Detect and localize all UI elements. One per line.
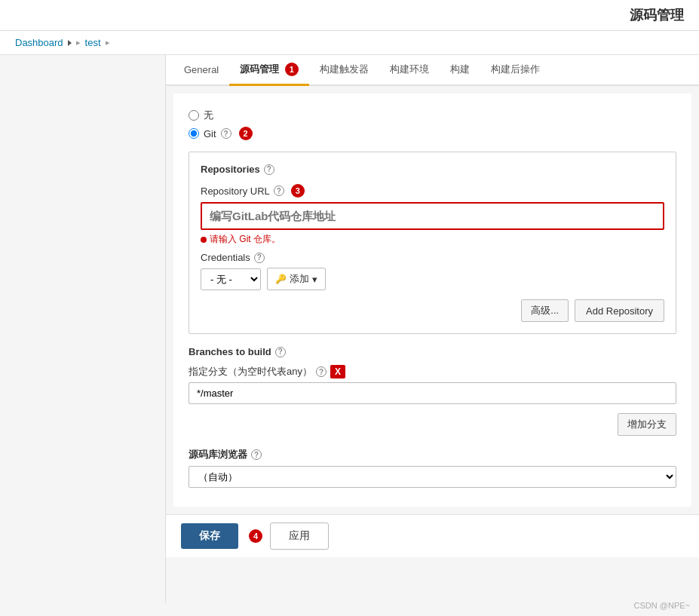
- radio-group: 无 Git ? 2: [189, 105, 676, 144]
- branch-action-buttons: 增加分支: [189, 413, 676, 436]
- repositories-title: Repositories ?: [201, 164, 664, 175]
- key-icon: 🔑: [275, 274, 287, 284]
- browser-select[interactable]: （自动）: [189, 466, 676, 488]
- apply-button[interactable]: 应用: [270, 523, 329, 550]
- repo-url-help-icon[interactable]: ?: [274, 185, 284, 196]
- branches-header: Branches to build ?: [189, 346, 676, 357]
- browser-label: 源码库浏览器 ?: [189, 448, 676, 461]
- breadcrumb-project[interactable]: test: [85, 37, 101, 48]
- breadcrumb-dropdown-icon[interactable]: [68, 40, 72, 46]
- branches-help-icon[interactable]: ?: [275, 347, 286, 357]
- content-area: General 源码管理 1 构建触发器 构建环境 构建 构建后操作: [166, 55, 699, 603]
- repositories-help-icon[interactable]: ?: [264, 164, 274, 175]
- branch-delete-badge[interactable]: X: [330, 365, 345, 378]
- branches-section: Branches to build ? 指定分支（为空时代表any） ? X: [189, 346, 676, 436]
- page-title: 源码管理: [630, 6, 684, 24]
- annotation-1: 1: [285, 63, 299, 76]
- add-repo-button[interactable]: Add Repository: [575, 299, 664, 322]
- branch-field-label: 指定分支（为空时代表any） ? X: [189, 365, 676, 378]
- repo-url-input[interactable]: [202, 204, 663, 228]
- error-dot: [201, 237, 207, 243]
- tab-post[interactable]: 构建后操作: [480, 55, 550, 86]
- credentials-label: Credentials ?: [201, 252, 664, 263]
- advanced-button[interactable]: 高级...: [521, 299, 569, 322]
- sidebar: [0, 55, 166, 603]
- radio-git-label[interactable]: Git ? 2: [189, 127, 676, 140]
- error-message: 请输入 Git 仓库。: [201, 233, 664, 246]
- form-section: 无 Git ? 2 Repositories ? Repository URL: [173, 93, 691, 507]
- tab-general[interactable]: General: [173, 57, 229, 85]
- credentials-row: - 无 - 🔑 添加 ▾: [201, 268, 664, 290]
- browser-help-icon[interactable]: ?: [251, 449, 262, 460]
- footer-bar: 保存 4 应用: [166, 514, 699, 557]
- tab-source[interactable]: 源码管理 1: [229, 55, 309, 86]
- main-container: General 源码管理 1 构建触发器 构建环境 构建 构建后操作: [0, 55, 699, 603]
- radio-none-label[interactable]: 无: [189, 109, 676, 122]
- annotation-4: 4: [249, 529, 262, 543]
- repo-action-buttons: 高级... Add Repository: [201, 299, 664, 322]
- breadcrumb: Dashboard ▸ test ▸: [0, 31, 699, 55]
- branch-input[interactable]: [189, 382, 676, 404]
- branch-field-help-icon[interactable]: ?: [316, 366, 327, 377]
- add-dropdown-icon: ▾: [312, 274, 317, 285]
- save-button[interactable]: 保存: [181, 523, 238, 549]
- tabs-bar: General 源码管理 1 构建触发器 构建环境 构建 构建后操作: [166, 55, 699, 86]
- repositories-box: Repositories ? Repository URL ? 3 请输入 Gi…: [189, 152, 676, 334]
- annotation-2: 2: [239, 127, 253, 140]
- git-help-icon[interactable]: ?: [221, 128, 231, 139]
- credentials-help-icon[interactable]: ?: [254, 253, 265, 263]
- watermark: CSDN @NPE~: [634, 601, 690, 603]
- breadcrumb-dashboard[interactable]: Dashboard: [15, 37, 63, 48]
- tab-env[interactable]: 构建环境: [379, 55, 440, 86]
- annotation-3: 3: [291, 184, 305, 198]
- branch-row: 指定分支（为空时代表any） ? X: [189, 365, 676, 404]
- tab-build[interactable]: 构建: [440, 55, 480, 86]
- tab-triggers[interactable]: 构建触发器: [309, 55, 379, 86]
- page-header: 源码管理: [0, 0, 699, 31]
- radio-git[interactable]: [189, 128, 199, 139]
- repo-url-label: Repository URL ? 3: [201, 184, 664, 198]
- url-input-wrapper: [201, 202, 664, 230]
- browser-section: 源码库浏览器 ? （自动）: [189, 448, 676, 488]
- add-credentials-button[interactable]: 🔑 添加 ▾: [267, 268, 326, 290]
- breadcrumb-sep2: ▸: [106, 38, 110, 48]
- add-branch-button[interactable]: 增加分支: [618, 413, 676, 436]
- breadcrumb-sep1: ▸: [76, 38, 81, 48]
- radio-none[interactable]: [189, 110, 199, 121]
- credentials-select[interactable]: - 无 -: [201, 268, 261, 290]
